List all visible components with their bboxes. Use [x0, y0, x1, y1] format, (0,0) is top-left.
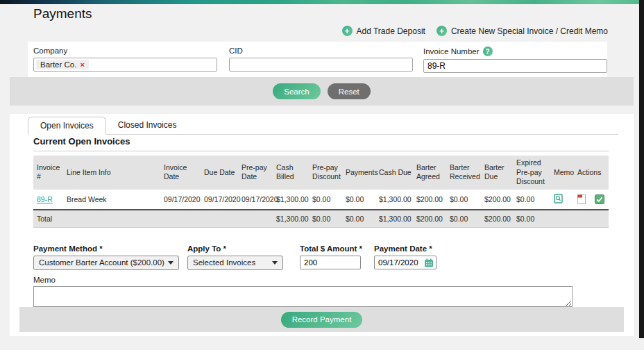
- search-button[interactable]: Search: [273, 83, 320, 99]
- table-header-row: Invoice #Line Item InfoInvoice DateDue D…: [33, 156, 609, 190]
- barter-received-cell: $0.00: [450, 190, 484, 210]
- tab-open-invoices[interactable]: Open Invoices: [28, 117, 106, 135]
- payments-cell: $0.00: [346, 190, 379, 210]
- total-cash-due: $1,300.00: [379, 210, 416, 228]
- column-header: Due Date: [204, 156, 242, 190]
- column-header: Line Item Info: [67, 156, 164, 190]
- help-icon[interactable]: ?: [483, 47, 493, 56]
- plus-icon: +: [437, 26, 447, 36]
- cash-billed-cell: $1,300.00: [276, 190, 312, 210]
- barter-due-cell: $200.00: [484, 190, 516, 210]
- company-input[interactable]: Barter Co. ×: [33, 58, 217, 72]
- company-label: Company: [33, 47, 217, 55]
- column-header: Expired Pre-pay Discount: [516, 156, 554, 190]
- column-header: Memo: [554, 156, 577, 190]
- payment-form: Payment Method * Customer Barter Account…: [33, 244, 609, 270]
- page-title: Payments: [33, 6, 92, 22]
- column-header: Pre-pay Date: [242, 156, 276, 190]
- due-date-cell: 09/17/2020: [204, 190, 242, 210]
- column-header: Barter Received: [450, 156, 484, 190]
- header-actions: + Add Trade Deposit + Create New Special…: [342, 26, 609, 36]
- cid-input[interactable]: [229, 58, 413, 72]
- payments-page: Payments + Add Trade Deposit + Create Ne…: [0, 0, 644, 350]
- reset-button[interactable]: Reset: [328, 83, 371, 99]
- payment-date-label: Payment Date *: [374, 244, 438, 253]
- chevron-down-icon: [272, 261, 278, 265]
- memo-preview-icon[interactable]: [554, 194, 563, 203]
- payment-method-group: Payment Method * Customer Barter Account…: [33, 244, 187, 270]
- company-field-group: Company Barter Co. ×: [33, 47, 217, 72]
- payment-date-group: Payment Date *: [374, 244, 438, 270]
- open-invoices-table: Invoice #Line Item InfoInvoice DateDue D…: [33, 156, 609, 228]
- invoice-number-input[interactable]: [423, 59, 607, 73]
- search-button-bar: Search Reset: [10, 77, 634, 106]
- column-header: Cash Billed: [276, 156, 312, 190]
- apply-to-select[interactable]: Selected Invoices: [187, 256, 283, 270]
- apply-to-label: Apply To *: [187, 244, 291, 253]
- total-barter-agreed: $200.00: [416, 210, 450, 228]
- total-barter-due: $200.00: [484, 210, 516, 228]
- total-barter-received: $0.00: [450, 210, 484, 228]
- total-prepay-discount: $0.00: [312, 210, 346, 228]
- add-trade-deposit-link[interactable]: + Add Trade Deposit: [342, 26, 425, 36]
- memo-group: Memo: [33, 276, 609, 310]
- column-header: Payments: [346, 156, 379, 190]
- memo-label: Memo: [33, 276, 609, 284]
- expired-prepay-discount-cell: $0.00: [516, 190, 554, 210]
- memo-textarea[interactable]: [33, 286, 573, 307]
- invoice-number-link[interactable]: 89-R: [37, 195, 53, 203]
- top-gradient-bar: [0, 0, 644, 4]
- prepay-discount-cell: $0.00: [312, 190, 346, 210]
- column-header: Pre-pay Discount: [312, 156, 346, 190]
- payment-method-label: Payment Method *: [33, 244, 187, 253]
- cid-label: CID: [229, 47, 413, 55]
- row-actions: [577, 194, 607, 204]
- chevron-down-icon: [168, 261, 173, 265]
- line-item-cell: Bread Week: [67, 190, 164, 210]
- add-trade-deposit-label: Add Trade Deposit: [357, 26, 425, 36]
- plus-icon: +: [342, 26, 353, 36]
- barter-agreed-cell: $200.00: [416, 190, 450, 210]
- amount-input[interactable]: [300, 256, 361, 269]
- note-icon[interactable]: [577, 194, 586, 204]
- invoice-number-field-group: Invoice Number ?: [423, 47, 607, 73]
- total-cash-billed: $1,300.00: [276, 210, 312, 228]
- total-expired-prepay-discount: $0.00: [516, 210, 554, 228]
- total-row: Total $1,300.00 $0.00 $0.00 $1,300.00 $2…: [33, 210, 609, 228]
- column-header: Invoice Date: [164, 156, 204, 190]
- company-chip: Barter Co. ×: [36, 60, 89, 69]
- tab-closed-invoices[interactable]: Closed Invoices: [106, 117, 189, 134]
- apply-to-value: Selected Invoices: [193, 258, 255, 267]
- prepay-date-cell: 09/17/2020: [242, 190, 276, 210]
- search-panel: Company Barter Co. × CID Invoice Number …: [28, 42, 607, 77]
- chip-remove-icon[interactable]: ×: [80, 61, 84, 69]
- invoices-panel: Open Invoices Closed Invoices Current Op…: [10, 114, 634, 336]
- total-payments: $0.00: [346, 210, 379, 228]
- window-right-edge: [639, 0, 644, 338]
- total-label: Total: [33, 210, 67, 228]
- create-special-invoice-label: Create New Special Invoice / Credit Memo: [451, 26, 608, 36]
- select-invoice-checkbox[interactable]: [595, 194, 604, 204]
- calendar-icon[interactable]: [424, 258, 434, 267]
- section-title: Current Open Invoices: [33, 136, 609, 151]
- create-special-invoice-link[interactable]: + Create New Special Invoice / Credit Me…: [437, 26, 608, 36]
- company-chip-label: Barter Co.: [40, 60, 76, 69]
- amount-group: Total $ Amount *: [300, 244, 374, 270]
- column-header: Barter Due: [484, 156, 516, 190]
- payment-method-select[interactable]: Customer Barter Account ($200.00): [33, 256, 179, 270]
- apply-to-group: Apply To * Selected Invoices: [187, 244, 291, 270]
- invoice-number-label-text: Invoice Number: [423, 47, 480, 56]
- record-payment-button[interactable]: Record Payment: [281, 312, 363, 328]
- invoice-date-cell: 09/17/2020: [164, 190, 204, 210]
- invoice-table-row: 89-R Bread Week 09/17/2020 09/17/2020 09…: [33, 190, 609, 210]
- cash-due-cell: $1,300.00: [379, 190, 416, 210]
- amount-label: Total $ Amount *: [300, 244, 374, 253]
- invoice-number-label: Invoice Number ?: [423, 47, 607, 56]
- column-header: Barter Agreed: [416, 156, 450, 190]
- column-header: Invoice #: [33, 156, 67, 190]
- record-payment-bar: Record Payment: [19, 307, 624, 332]
- payment-method-value: Customer Barter Account ($200.00): [39, 258, 164, 267]
- invoice-tabs: Open Invoices Closed Invoices: [28, 117, 618, 135]
- open-invoices-content: Current Open Invoices Invoice #Line Item…: [33, 136, 609, 310]
- cid-field-group: CID: [229, 47, 413, 72]
